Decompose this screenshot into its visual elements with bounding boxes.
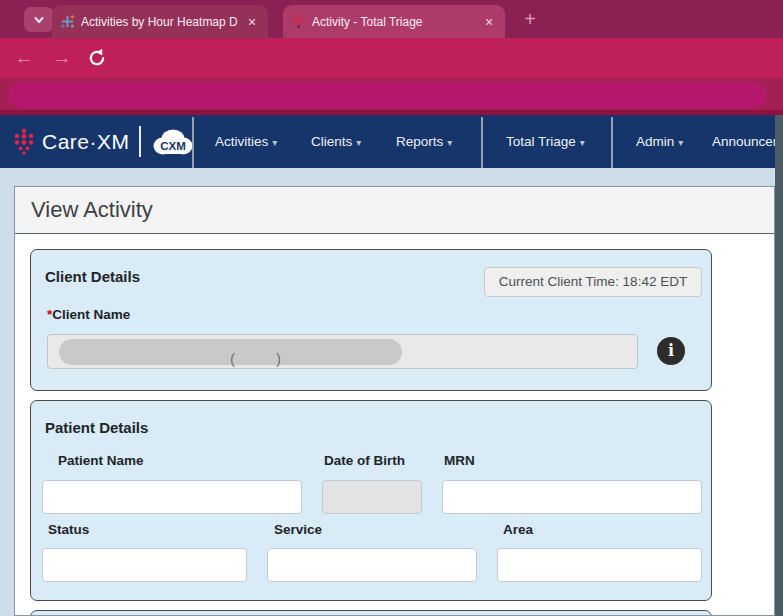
page-header: View Activity bbox=[15, 187, 774, 234]
client-name-label-text: Client Name bbox=[52, 307, 130, 322]
cxm-cloud-badge: CXM bbox=[150, 126, 196, 157]
tab-title: Activity - Total Triage bbox=[312, 15, 475, 29]
tab-heatmap[interactable]: Activities by Hour Heatmap DEV × bbox=[52, 5, 268, 38]
dob-input bbox=[322, 480, 422, 514]
nav-divider bbox=[481, 117, 483, 168]
client-name-input: ( ) bbox=[47, 334, 638, 369]
nav-item-label: Clients bbox=[311, 134, 352, 149]
reload-icon[interactable] bbox=[86, 47, 108, 69]
tableau-icon bbox=[60, 14, 75, 29]
new-tab-button[interactable]: + bbox=[518, 8, 542, 32]
next-section-panel bbox=[30, 610, 712, 616]
page-scrollbar[interactable] bbox=[775, 115, 783, 616]
caret-down-icon: ▾ bbox=[272, 137, 277, 148]
carexm-favicon-icon bbox=[291, 14, 306, 29]
nav-item-activities[interactable]: Activities▾ bbox=[215, 115, 277, 168]
nav-item-total-triage[interactable]: Total Triage▾ bbox=[506, 115, 585, 168]
client-details-heading: Client Details bbox=[45, 268, 140, 285]
mrn-label: MRN bbox=[444, 453, 475, 468]
tab-strip: Activities by Hour Heatmap DEV × Activit… bbox=[0, 0, 783, 38]
carexm-logo[interactable]: Care·XM CXM bbox=[12, 115, 196, 168]
brand-name: Care·XM bbox=[42, 130, 130, 154]
nav-divider bbox=[611, 117, 613, 168]
caret-down-icon: ▾ bbox=[678, 137, 683, 148]
client-details-panel: Client Details Current Client Time: 18:4… bbox=[30, 249, 712, 391]
status-input[interactable] bbox=[42, 548, 247, 582]
chevron-down-icon bbox=[32, 13, 46, 27]
page-title: View Activity bbox=[31, 187, 153, 233]
caret-down-icon: ▾ bbox=[356, 137, 361, 148]
redacted-bookmarks-bar bbox=[8, 82, 767, 108]
brand-separator bbox=[139, 126, 141, 157]
nav-item-reports[interactable]: Reports▾ bbox=[396, 115, 452, 168]
svg-text:CXM: CXM bbox=[160, 140, 186, 152]
status-label: Status bbox=[48, 522, 89, 537]
caret-down-icon: ▾ bbox=[580, 137, 585, 148]
view-activity-container: View Activity Client Details Current Cli… bbox=[14, 186, 775, 616]
nav-item-admin[interactable]: Admin▾ bbox=[636, 115, 683, 168]
forward-arrow-icon[interactable]: → bbox=[50, 46, 74, 70]
back-arrow-icon[interactable]: ← bbox=[12, 46, 36, 70]
client-name-label: *Client Name bbox=[47, 307, 130, 322]
tab-activity-total-triage[interactable]: Activity - Total Triage × bbox=[283, 5, 505, 38]
nav-item-label: Announcements bbox=[712, 134, 783, 149]
mrn-input[interactable] bbox=[442, 480, 702, 514]
masked-paren-open: ( bbox=[230, 350, 235, 367]
tab-title: Activities by Hour Heatmap DEV bbox=[81, 15, 238, 29]
patient-details-heading: Patient Details bbox=[45, 419, 148, 436]
area-label: Area bbox=[503, 522, 533, 537]
dob-label: Date of Birth bbox=[324, 453, 405, 468]
current-client-time: Current Client Time: 18:42 EDT bbox=[484, 267, 702, 297]
close-icon[interactable]: × bbox=[481, 14, 497, 30]
app-navbar: Care·XM CXM Activities▾ Clients▾ Reports… bbox=[0, 115, 783, 168]
service-label: Service bbox=[274, 522, 322, 537]
nav-item-label: Admin bbox=[636, 134, 674, 149]
info-icon[interactable]: i bbox=[657, 337, 685, 365]
caret-down-icon: ▾ bbox=[447, 137, 452, 148]
browser-toolbar: ← → cxm.carexm.com/Activity/oncallstaffv… bbox=[0, 38, 783, 78]
patient-details-panel: Patient Details Patient Name Date of Bir… bbox=[30, 400, 712, 601]
service-input[interactable] bbox=[267, 548, 477, 582]
patient-name-input[interactable] bbox=[42, 480, 302, 514]
close-icon[interactable]: × bbox=[244, 14, 260, 30]
nav-item-label: Activities bbox=[215, 134, 268, 149]
nav-item-announcements[interactable]: Announcements bbox=[712, 115, 783, 168]
patient-name-label: Patient Name bbox=[58, 453, 144, 468]
browser-window: Activities by Hour Heatmap DEV × Activit… bbox=[0, 0, 783, 616]
nav-item-clients[interactable]: Clients▾ bbox=[311, 115, 361, 168]
carexm-logo-dots-icon bbox=[12, 128, 36, 155]
nav-divider bbox=[192, 117, 194, 168]
bookmarks-bar bbox=[0, 78, 783, 110]
area-input[interactable] bbox=[497, 548, 702, 582]
tab-search-button[interactable] bbox=[24, 7, 54, 32]
masked-paren-close: ) bbox=[276, 350, 281, 367]
nav-item-label: Total Triage bbox=[506, 134, 576, 149]
nav-item-label: Reports bbox=[396, 134, 443, 149]
